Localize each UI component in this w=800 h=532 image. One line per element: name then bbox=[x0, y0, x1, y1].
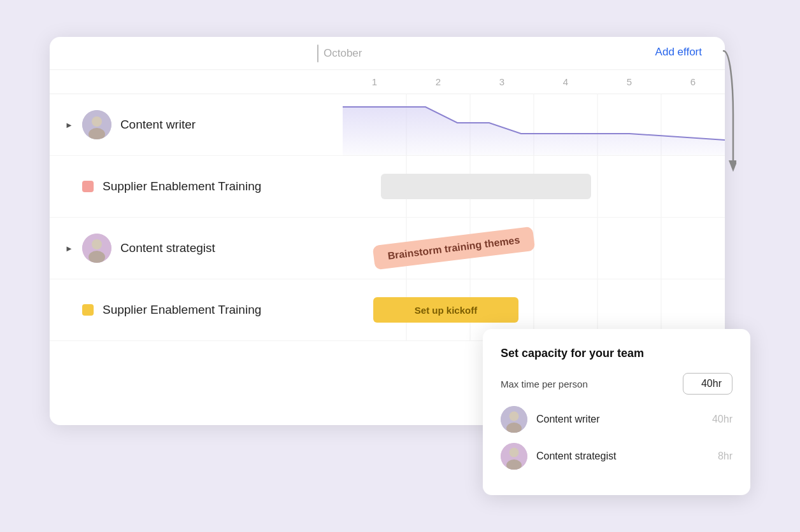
chart-content-strategist: Brainstorm training themes bbox=[343, 218, 725, 279]
name-supplier-2: Supplier Enablement Training bbox=[103, 303, 261, 317]
column-headers: 1 2 3 4 5 6 bbox=[50, 70, 725, 94]
chart-content-writer bbox=[343, 94, 725, 155]
month-header: October bbox=[317, 37, 362, 70]
add-effort-button[interactable]: Add effort bbox=[655, 46, 702, 59]
svg-point-31 bbox=[510, 448, 519, 458]
row-label-supplier-1: Supplier Enablement Training bbox=[50, 179, 343, 193]
month-label: October bbox=[324, 47, 362, 60]
svg-marker-26 bbox=[729, 160, 736, 172]
max-time-row: Max time per person 40hr bbox=[501, 373, 732, 395]
dot-pink-1 bbox=[82, 181, 94, 192]
row-content-writer: ► Content writer bbox=[50, 94, 725, 156]
avatar-content-strategist bbox=[82, 234, 111, 263]
max-time-input[interactable]: 40hr bbox=[683, 373, 732, 395]
expand-arrow-content-writer[interactable]: ► bbox=[65, 120, 73, 130]
col-6: 6 bbox=[661, 76, 725, 87]
col-numbers: 1 2 3 4 5 6 bbox=[343, 76, 725, 87]
col-5: 5 bbox=[597, 76, 661, 87]
dot-yellow-1 bbox=[82, 304, 94, 316]
capacity-panel: Set capacity for your team Max time per … bbox=[483, 329, 750, 495]
name-content-strategist: Content strategist bbox=[120, 241, 215, 255]
avatar-content-writer bbox=[82, 110, 111, 139]
svg-point-14 bbox=[92, 239, 102, 249]
row-label-content-strategist: ► Content strategist bbox=[50, 234, 343, 263]
capacity-person-hrs-1: 40hr bbox=[712, 414, 732, 425]
month-divider bbox=[317, 45, 318, 62]
svg-point-1 bbox=[92, 116, 102, 127]
col-2: 2 bbox=[406, 76, 470, 87]
capacity-person-2: Content strategist 8hr bbox=[501, 443, 732, 470]
name-supplier-1: Supplier Enablement Training bbox=[103, 179, 261, 193]
capacity-person-1: Content writer 40hr bbox=[501, 406, 732, 433]
task-bar-kickoff[interactable]: Set up kickoff bbox=[373, 297, 518, 323]
capacity-person-hrs-2: 8hr bbox=[718, 451, 732, 462]
capacity-person-name-1: Content writer bbox=[536, 414, 703, 425]
col-1: 1 bbox=[343, 76, 406, 87]
expand-arrow-strategist[interactable]: ► bbox=[65, 244, 73, 253]
chart-supplier-1 bbox=[343, 156, 725, 217]
col-3: 3 bbox=[470, 76, 534, 87]
row-supplier-1: Supplier Enablement Training bbox=[50, 156, 725, 218]
row-label-supplier-2: Supplier Enablement Training bbox=[50, 303, 343, 317]
max-time-label: Max time per person bbox=[501, 379, 588, 389]
capacity-avatar-1 bbox=[501, 406, 527, 433]
row-content-strategist: ► Content strategist bbox=[50, 218, 725, 279]
svg-point-28 bbox=[510, 412, 519, 421]
capacity-person-name-2: Content strategist bbox=[536, 451, 709, 462]
row-label-content-writer: ► Content writer bbox=[50, 110, 343, 139]
name-content-writer: Content writer bbox=[120, 118, 196, 132]
gantt-header: October Add effort bbox=[50, 37, 725, 70]
col-4: 4 bbox=[534, 76, 597, 87]
capacity-title: Set capacity for your team bbox=[501, 347, 732, 360]
capacity-avatar-2 bbox=[501, 443, 527, 470]
task-bar-supplier-1[interactable] bbox=[381, 174, 591, 199]
